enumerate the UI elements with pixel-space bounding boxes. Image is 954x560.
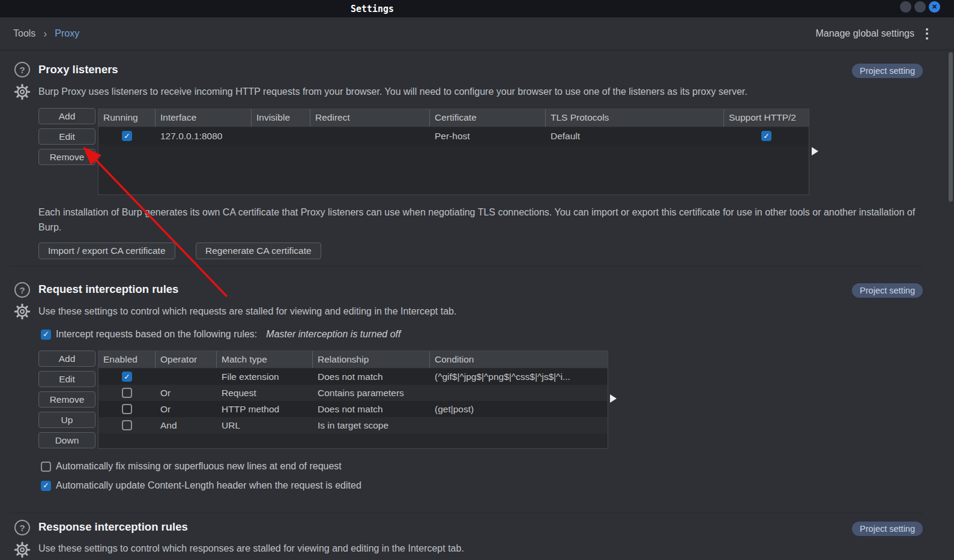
rules-up-button[interactable]: Up	[38, 412, 95, 428]
help-icon[interactable]: ?	[14, 62, 30, 77]
support-http2-checkbox[interactable]	[761, 131, 771, 141]
update-content-length-row: Automatically update Content-Length head…	[41, 480, 361, 491]
section-title-response-rules: Response interception rules	[38, 520, 188, 534]
cell-match-type: File extension	[217, 372, 313, 382]
help-icon[interactable]: ?	[14, 282, 30, 298]
section-title-proxy-listeners: Proxy listeners	[38, 63, 118, 76]
master-interception-note: Master interception is turned off	[266, 329, 400, 340]
table-row[interactable]: 127.0.0.1:8080 Per-host Default	[98, 127, 809, 145]
col-operator: Operator	[155, 351, 217, 368]
cell-operator: Or	[155, 404, 217, 415]
titlebar: Settings ✕	[0, 0, 954, 17]
project-setting-badge: Project setting	[852, 64, 923, 78]
breadcrumb-proxy[interactable]: Proxy	[55, 28, 79, 39]
rule-enabled-checkbox[interactable]	[122, 404, 132, 414]
cell-condition: (^gif$|^jpg$|^png$|^css$|^js$|^i...	[430, 372, 608, 382]
project-setting-badge: Project setting	[852, 283, 923, 298]
ca-certificate-text: Each installation of Burp generates its …	[38, 205, 927, 235]
listeners-add-button[interactable]: Add	[38, 108, 95, 124]
rule-enabled-checkbox[interactable]	[122, 388, 132, 398]
help-icon[interactable]: ?	[14, 520, 30, 535]
intercept-requests-label: Intercept requests based on the followin…	[56, 329, 257, 340]
intercept-requests-checkbox[interactable]	[41, 330, 51, 340]
rule-enabled-checkbox[interactable]	[122, 372, 132, 382]
cursor-arrow-icon	[610, 394, 617, 403]
col-certificate: Certificate	[430, 109, 546, 127]
cell-match-type: Request	[217, 388, 313, 399]
cursor-arrow-icon	[812, 147, 818, 155]
col-support-http2: Support HTTP/2	[724, 109, 809, 127]
section-divider	[10, 513, 923, 513]
manage-global-settings-link[interactable]: Manage global settings	[815, 28, 914, 39]
cell-condition: (get|post)	[430, 404, 608, 415]
section-divider	[10, 266, 923, 266]
cell-relationship: Does not match	[313, 372, 430, 382]
table-row[interactable]: File extension Does not match (^gif$|^jp…	[98, 369, 608, 385]
request-rules-description: Use these settings to control which requ…	[38, 306, 456, 317]
col-redirect: Redirect	[310, 109, 430, 127]
col-interface: Interface	[155, 109, 252, 127]
col-match-type: Match type	[217, 351, 313, 368]
col-invisible: Invisible	[252, 109, 310, 127]
table-row[interactable]: And URL Is in target scope	[98, 417, 608, 433]
maximize-button[interactable]	[914, 1, 926, 13]
cell-relationship: Is in target scope	[313, 420, 430, 431]
breadcrumb: Tools › Proxy Manage global settings	[0, 17, 954, 50]
chevron-right-icon: ›	[43, 28, 47, 40]
proxy-listeners-table: Running Interface Invisible Redirect Cer…	[98, 109, 809, 195]
update-content-length-label: Automatically update Content-Length head…	[56, 480, 361, 491]
breadcrumb-tools[interactable]: Tools	[13, 28, 35, 39]
cell-interface: 127.0.0.1:8080	[155, 131, 252, 142]
table-header: Enabled Operator Match type Relationship…	[98, 351, 608, 369]
close-button[interactable]: ✕	[929, 1, 940, 13]
project-setting-badge: Project setting	[852, 522, 923, 536]
close-icon: ✕	[932, 3, 937, 11]
window-title: Settings	[351, 4, 394, 14]
col-running: Running	[98, 109, 155, 127]
fix-newlines-checkbox[interactable]	[41, 462, 51, 472]
regenerate-ca-button[interactable]: Regenerate CA certificate	[196, 242, 321, 259]
intercept-requests-row: Intercept requests based on the followin…	[41, 329, 400, 340]
cell-operator: And	[155, 420, 217, 431]
rules-down-button[interactable]: Down	[38, 432, 95, 448]
rules-remove-button[interactable]: Remove	[38, 391, 95, 408]
settings-window: Settings ✕ Tools › Proxy Manage global s…	[0, 0, 954, 560]
cell-operator: Or	[155, 388, 217, 399]
col-condition: Condition	[430, 351, 608, 368]
scrollbar-thumb[interactable]	[949, 52, 953, 202]
cell-certificate: Per-host	[430, 131, 546, 142]
proxy-listeners-description: Burp Proxy uses listeners to receive inc…	[38, 86, 747, 97]
listeners-edit-button[interactable]: Edit	[38, 128, 95, 145]
import-export-ca-button[interactable]: Import / export CA certificate	[38, 242, 175, 259]
fix-newlines-label: Automatically fix missing or superfluous…	[56, 461, 342, 472]
update-content-length-checkbox[interactable]	[41, 481, 51, 491]
cell-match-type: HTTP method	[217, 404, 313, 415]
minimize-button[interactable]	[900, 1, 911, 13]
cell-tls-protocols: Default	[546, 131, 724, 142]
rule-enabled-checkbox[interactable]	[122, 420, 132, 430]
rules-add-button[interactable]: Add	[38, 351, 95, 367]
kebab-menu-icon[interactable]	[923, 26, 931, 41]
running-checkbox[interactable]	[122, 131, 132, 141]
listeners-remove-button[interactable]: Remove	[38, 149, 95, 165]
cell-relationship: Contains parameters	[313, 388, 430, 399]
col-tls-protocols: TLS Protocols	[546, 109, 724, 127]
fix-newlines-row: Automatically fix missing or superfluous…	[41, 461, 342, 472]
table-row[interactable]: Or Request Contains parameters	[98, 385, 608, 401]
gear-icon	[13, 83, 31, 101]
table-header: Running Interface Invisible Redirect Cer…	[98, 109, 809, 127]
gear-icon	[13, 541, 31, 559]
col-relationship: Relationship	[313, 351, 430, 368]
response-rules-description: Use these settings to control which resp…	[38, 543, 464, 554]
red-arrow-annotation	[0, 0, 954, 560]
section-title-request-rules: Request interception rules	[38, 283, 178, 296]
request-rules-table: Enabled Operator Match type Relationship…	[98, 351, 608, 449]
cell-relationship: Does not match	[313, 404, 430, 415]
gear-icon	[13, 303, 31, 321]
table-row[interactable]: Or HTTP method Does not match (get|post)	[98, 401, 608, 417]
rules-edit-button[interactable]: Edit	[38, 371, 95, 387]
cell-match-type: URL	[217, 420, 313, 431]
col-enabled: Enabled	[98, 351, 155, 368]
